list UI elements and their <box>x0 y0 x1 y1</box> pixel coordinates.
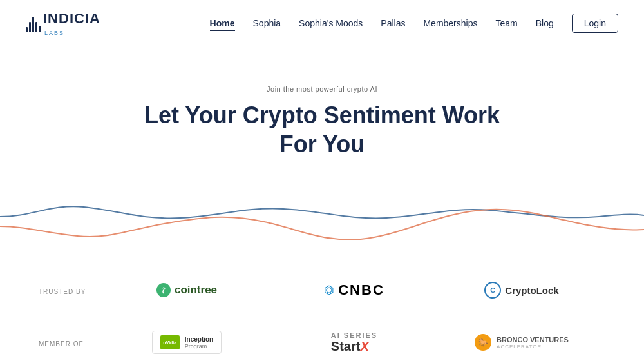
nav-pallas[interactable]: Pallas <box>381 18 405 28</box>
navigation: INDICIA LABS Home Sophia Sophia's Moods … <box>0 0 644 46</box>
member-section: MEMBER OF nVidia Inception Program AI <box>0 324 644 363</box>
cointree-icon <box>156 283 171 297</box>
nav-sophias-moods[interactable]: Sophia's Moods <box>299 18 363 28</box>
cryptolock-icon: C <box>484 282 501 299</box>
cnbc-logo: ⏣ CNBC <box>270 275 438 305</box>
nav-blog[interactable]: Blog <box>536 18 554 28</box>
cnbc-text: CNBC <box>338 282 384 299</box>
nvidia-icon: nVidia <box>160 335 180 349</box>
startx-logo: AI SERIES StartX <box>270 325 438 360</box>
logo-sub: LABS <box>44 30 100 36</box>
bronco-icon: 🐎 <box>475 334 491 351</box>
logo-name: INDICIA <box>43 10 100 26</box>
cryptolock-text: CryptoLock <box>505 285 558 296</box>
startx-aiseries-text: AI SERIES <box>331 331 377 339</box>
nav-memberships[interactable]: Memberships <box>423 18 477 28</box>
cointree-text: cointree <box>175 284 217 297</box>
wave-chart <box>0 172 644 262</box>
bronco-ventures-logo: 🐎 BRONCO VENTURES ACCELERATOR <box>438 328 605 357</box>
member-label: MEMBER OF <box>39 340 103 348</box>
nvidia-program-text: Program <box>185 343 213 349</box>
trusted-logos: cointree ⏣ CNBC C CryptoLock <box>103 275 605 305</box>
trusted-section: TRUSTED BY cointree ⏣ CNBC <box>0 262 644 324</box>
trusted-label: TRUSTED BY <box>39 288 103 295</box>
nav-login[interactable]: Login <box>572 14 618 33</box>
startx-name-text: StartX <box>331 339 377 354</box>
nav-home[interactable]: Home <box>210 18 235 31</box>
hero-subtitle: Join the most powerful crypto AI <box>13 85 631 93</box>
cryptolock-logo: C CryptoLock <box>438 275 605 305</box>
hero-title: Let Your Crypto Sentiment Work For You <box>13 101 631 159</box>
logo-bars-icon <box>26 14 41 32</box>
nav-links: Home Sophia Sophia's Moods Pallas Member… <box>210 17 618 29</box>
logo[interactable]: INDICIA LABS <box>26 10 100 36</box>
nav-team[interactable]: Team <box>495 18 517 28</box>
hero-section: Join the most powerful crypto AI Let You… <box>0 46 644 159</box>
nvidia-inception-text: Inception <box>185 336 213 343</box>
cnbc-peacock-icon: ⏣ <box>324 283 334 297</box>
bronco-name-text: BRONCO VENTURES <box>497 336 569 344</box>
nvidia-logo: nVidia Inception Program <box>103 324 270 360</box>
cointree-logo: cointree <box>103 277 270 304</box>
bronco-sub-text: ACCELERATOR <box>497 344 569 349</box>
member-logos: nVidia Inception Program AI SERIES Start… <box>103 324 605 360</box>
nav-sophia[interactable]: Sophia <box>253 18 281 28</box>
